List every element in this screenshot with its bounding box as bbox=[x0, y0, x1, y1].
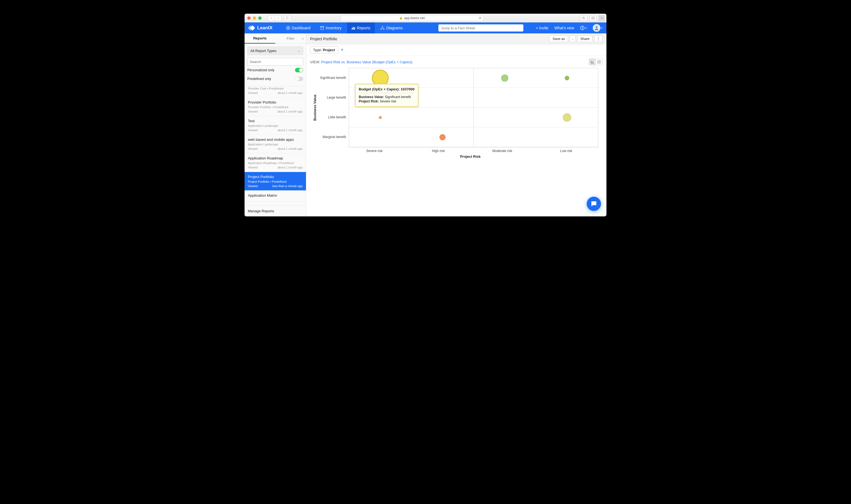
tab-reports[interactable]: Reports bbox=[245, 33, 275, 43]
save-as-dropdown[interactable]: ⌄ bbox=[570, 35, 576, 42]
sidebar-toggle-icon[interactable] bbox=[284, 15, 291, 21]
chart-area: Business Value Significant benefitLarge … bbox=[306, 68, 606, 161]
nav-diagrams[interactable]: Diagrams bbox=[376, 22, 407, 33]
list-item[interactable]: Project PortfolioProject Portfolio • Pre… bbox=[245, 172, 306, 191]
view-selector-link[interactable]: Project Risk vs. Business Value (Budget … bbox=[321, 60, 412, 64]
nav-reports[interactable]: Reports bbox=[347, 22, 375, 33]
barchart-icon bbox=[351, 26, 355, 30]
add-filter-icon[interactable]: + bbox=[341, 47, 344, 53]
svg-rect-12 bbox=[353, 27, 354, 30]
svg-rect-13 bbox=[354, 28, 355, 30]
page-title: Project Portfolio bbox=[310, 37, 337, 41]
list-item[interactable]: Provider Cost • PredefinedViewedabout 1 … bbox=[245, 86, 306, 97]
manage-reports-link[interactable]: Manage Reports bbox=[245, 205, 306, 216]
brand[interactable]: LeanIX bbox=[248, 25, 273, 31]
tab-filter[interactable]: Filter bbox=[275, 34, 306, 43]
intercom-launcher[interactable] bbox=[587, 197, 601, 211]
svg-text:?: ? bbox=[581, 26, 583, 30]
list-item[interactable]: Provider PortfolioProvider Portfolio • P… bbox=[245, 97, 306, 116]
brand-logo-icon bbox=[248, 26, 255, 30]
svg-rect-10 bbox=[321, 27, 324, 30]
forward-button[interactable]: › bbox=[275, 15, 282, 21]
maximize-window[interactable] bbox=[258, 16, 262, 20]
report-type-dropdown[interactable]: All Report Types ⌄ bbox=[247, 47, 303, 55]
svg-rect-4 bbox=[592, 17, 595, 19]
reload-icon[interactable]: ⟳ bbox=[479, 16, 482, 20]
chart-bubble[interactable] bbox=[563, 113, 571, 122]
back-button[interactable]: ‹ bbox=[267, 15, 275, 21]
svg-rect-3 bbox=[591, 17, 594, 19]
whats-new-link[interactable]: What's new bbox=[554, 26, 574, 30]
brand-name: LeanIX bbox=[257, 25, 273, 31]
sidebar: Reports Filter « All Report Types ⌄ Pers… bbox=[245, 33, 306, 216]
chart-tooltip: Budget (OpEx + Capex): 1037000 Business … bbox=[355, 84, 418, 107]
svg-rect-6 bbox=[289, 26, 290, 28]
invite-button[interactable]: + Invite bbox=[536, 26, 549, 30]
personalized-only-label: Personalized only bbox=[247, 68, 275, 72]
chart-bubble[interactable] bbox=[565, 76, 569, 80]
browser-window: ‹ › 🔒 app.leanix.net ⟳ + LeanIX Dashb bbox=[245, 14, 606, 216]
tabs-icon[interactable] bbox=[589, 15, 596, 21]
more-menu-icon[interactable]: ⋮ bbox=[594, 35, 603, 42]
svg-rect-11 bbox=[352, 28, 352, 30]
browser-chrome: ‹ › 🔒 app.leanix.net ⟳ + bbox=[245, 14, 606, 22]
avatar bbox=[593, 24, 601, 32]
svg-rect-0 bbox=[286, 17, 289, 19]
share-browser-icon[interactable] bbox=[580, 15, 587, 21]
chart-bubble[interactable] bbox=[501, 74, 508, 82]
chevron-down-icon: ⌄ bbox=[298, 50, 300, 52]
svg-point-14 bbox=[382, 26, 383, 28]
predefined-only-label: Predefined only bbox=[247, 77, 271, 81]
app-top-nav: LeanIX Dashboard Inventory Reports Diagr… bbox=[245, 22, 606, 33]
traffic-lights bbox=[247, 16, 262, 20]
grid-icon bbox=[286, 26, 290, 30]
chart-view-icon[interactable] bbox=[589, 59, 596, 65]
help-icon[interactable]: ? ▾ bbox=[580, 26, 587, 30]
list-item[interactable]: web based and mobile appsApplication Lan… bbox=[245, 135, 306, 154]
filter-chip-type[interactable]: Type: Project bbox=[310, 46, 338, 54]
lock-icon: 🔒 bbox=[399, 16, 402, 19]
table-view-icon[interactable] bbox=[596, 59, 602, 65]
svg-rect-7 bbox=[286, 28, 288, 30]
list-item[interactable]: Application Matrix bbox=[245, 191, 306, 202]
user-menu[interactable]: ▾ bbox=[593, 24, 603, 32]
url-text: app.leanix.net bbox=[404, 16, 425, 20]
view-mode-toggle bbox=[589, 59, 603, 65]
predefined-only-toggle[interactable] bbox=[295, 77, 303, 81]
x-tick: Low risk bbox=[534, 147, 598, 153]
chart-bubble[interactable] bbox=[379, 116, 382, 119]
nav-dashboard[interactable]: Dashboard bbox=[282, 22, 315, 33]
chart-grid bbox=[349, 68, 598, 147]
y-tick: Large benefit bbox=[318, 88, 349, 107]
x-tick: High risk bbox=[406, 147, 470, 153]
personalized-only-toggle[interactable] bbox=[295, 68, 303, 72]
svg-rect-5 bbox=[286, 26, 288, 28]
collapse-sidebar-icon[interactable]: « bbox=[302, 36, 304, 40]
svg-rect-8 bbox=[289, 28, 290, 30]
list-item[interactable]: TestApplication LandscapeViewedabout 1 m… bbox=[245, 116, 306, 135]
chart-bubble[interactable] bbox=[439, 134, 446, 140]
address-bar[interactable]: 🔒 app.leanix.net ⟳ bbox=[341, 15, 483, 21]
x-axis-label: Project Risk bbox=[343, 155, 598, 159]
save-as-button[interactable]: Save as bbox=[550, 35, 568, 42]
main-content: Project Portfolio Save as ⌄ Share ⋮ Type… bbox=[306, 33, 606, 216]
archive-icon bbox=[320, 26, 324, 30]
close-window[interactable] bbox=[247, 16, 250, 20]
y-tick: Marginal benefit bbox=[318, 127, 349, 147]
diagram-icon bbox=[380, 26, 385, 30]
x-tick: Moderate risk bbox=[470, 147, 534, 153]
sidebar-search-input[interactable] bbox=[247, 58, 303, 66]
search-input[interactable] bbox=[438, 24, 523, 32]
minimize-window[interactable] bbox=[253, 16, 256, 20]
y-tick: Little benefit bbox=[318, 107, 349, 127]
share-button[interactable]: Share bbox=[577, 35, 592, 42]
nav-inventory[interactable]: Inventory bbox=[316, 22, 346, 33]
new-tab-button[interactable]: + bbox=[599, 15, 605, 21]
global-search bbox=[438, 24, 523, 32]
x-tick: Severe risk bbox=[343, 147, 406, 153]
view-label: VIEW: bbox=[310, 60, 320, 64]
y-tick: Significant benefit bbox=[318, 68, 349, 88]
reports-list[interactable]: Provider Cost • PredefinedViewedabout 1 … bbox=[245, 86, 306, 205]
list-item[interactable]: Application RoadmapApplication Roadmap •… bbox=[245, 154, 306, 172]
y-axis-label: Business Value bbox=[312, 94, 318, 121]
